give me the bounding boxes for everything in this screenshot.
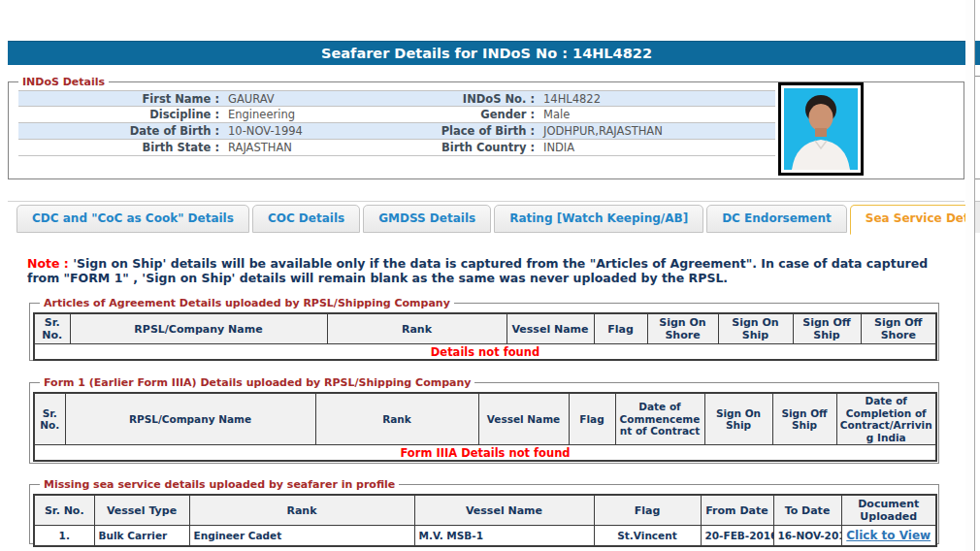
table-row: Details not found [34,344,936,360]
indos-detail-rows: First Name : GAURAV INDoS No. : 14HL4822… [18,90,775,156]
gender-value: Male [539,108,775,121]
cell-to-date: 16-NOV-2016 [773,526,841,546]
col-sign-on-ship: Sign On Ship [718,313,793,344]
tab-sea-service-details[interactable]: Sea Service Details [850,205,980,235]
col-flag: Flag [594,495,701,526]
page-edge-sliver [975,0,980,551]
col-date-of-commencement: Date of Commencement of Contract [615,393,704,445]
place-of-birth-label: Place of Birth : [418,124,539,138]
detail-row: Birth State : RAJASTHAN Birth Country : … [18,140,775,156]
discipline-label: Discipline : [18,108,224,121]
missing-sea-service-fieldset: Missing sea service details uploaded by … [29,478,939,544]
tab-cdc-coc-cook-details[interactable]: CDC and "CoC as Cook" Details [16,205,249,233]
missing-sea-service-table: Sr. No. Vessel Type Rank Vessel Name Fla… [33,494,937,547]
first-name-label: First Name : [18,92,224,106]
detail-row: Discipline : Engineering Gender : Male [18,107,775,123]
table-header-row: Sr. No. RPSL/Company Name Rank Vessel Na… [34,393,936,445]
note-text: Note : 'Sign on Ship' details will be av… [27,256,961,285]
empty-message: Details not found [34,344,936,360]
col-rpsl-company-name: RPSL/Company Name [65,393,315,445]
page-title: Seafarer Details for INDoS No : 14HL4822 [8,41,965,65]
birth-state-label: Birth State : [18,141,224,154]
first-name-value: GAURAV [224,92,418,106]
indos-no-value: 14HL4822 [539,92,775,106]
table-row: Form IIIA Details not found [34,445,936,461]
form1-details-table: Sr. No. RPSL/Company Name Rank Vessel Na… [33,392,937,462]
seafarer-photo [778,82,864,176]
note-body: 'Sign on Ship' details will be available… [27,256,928,285]
col-to-date: To Date [773,495,841,526]
tab-coc-details[interactable]: COC Details [252,205,360,233]
cell-sr-no: 1. [34,526,94,546]
col-sign-off-ship: Sign Off Ship [793,313,861,344]
cell-rank: Engineer Cadet [189,526,414,546]
birth-country-label: Birth Country : [418,141,539,154]
cell-vessel-type: Bulk Carrier [94,526,189,546]
table-header-row: Sr. No. Vessel Type Rank Vessel Name Fla… [34,495,936,526]
col-flag: Flag [569,393,615,445]
note-prefix: Note : [27,256,73,271]
empty-message: Form IIIA Details not found [34,445,936,461]
sea-service-row: 1. Bulk Carrier Engineer Cadet M.V. MSB-… [34,526,936,546]
missing-sea-service-legend: Missing sea service details uploaded by … [40,478,399,491]
gender-label: Gender : [418,108,539,121]
form1-details-fieldset: Form 1 (Earlier Form IIIA) Details uploa… [29,376,939,464]
col-flag: Flag [594,313,647,344]
birth-country-value: INDIA [539,141,775,154]
tab-dc-endorsement[interactable]: DC Endorsement [706,205,847,233]
col-sr-no: Sr. No. [34,393,65,445]
tab-strip-sliver [975,201,980,233]
birth-state-value: RAJASTHAN [224,141,418,154]
col-rank: Rank [315,393,478,445]
tabs-divider [8,201,964,202]
fieldset-border-sliver [975,178,980,179]
cell-document-uploaded: Click to View [841,526,936,546]
col-sign-off-shore: Sign Off Shore [861,313,936,344]
indos-no-label: INDoS No. : [418,92,539,106]
tab-bar: CDC and "CoC as Cook" Details COC Detail… [16,205,980,235]
col-rpsl-company-name: RPSL/Company Name [70,313,327,344]
table-header-row: Sr. No. RPSL/Company Name Rank Vessel Na… [34,313,936,344]
header-bar-sliver [975,41,980,65]
tab-gmdss-details[interactable]: GMDSS Details [363,205,491,233]
scrollbar-track[interactable] [965,0,974,551]
col-from-date: From Date [701,495,773,526]
col-vessel-name: Vessel Name [414,495,594,526]
click-to-view-link[interactable]: Click to View [846,529,931,542]
col-rank: Rank [189,495,414,526]
col-document-uploaded: Document Uploaded [841,495,936,526]
seafarer-photo-image [784,88,858,170]
articles-of-agreement-fieldset: Articles of Agreement Details uploaded b… [29,297,939,361]
detail-row: Date of Birth : 10-NOV-1994 Place of Bir… [18,123,775,140]
col-vessel-name: Vessel Name [506,313,594,344]
date-of-birth-value: 10-NOV-1994 [224,124,418,138]
discipline-value: Engineering [224,108,418,121]
seafarer-details-page: Seafarer Details for INDoS No : 14HL4822… [0,0,980,551]
fieldset-border-sliver [975,76,980,77]
col-vessel-type: Vessel Type [94,495,189,526]
articles-of-agreement-legend: Articles of Agreement Details uploaded b… [40,297,454,309]
col-date-of-completion: Date of Completion of Contract/Arriving … [836,393,936,445]
date-of-birth-label: Date of Birth : [18,124,224,138]
col-vessel-name: Vessel Name [478,393,569,445]
articles-of-agreement-table: Sr. No. RPSL/Company Name Rank Vessel Na… [33,312,937,361]
cell-from-date: 20-FEB-2016 [701,526,773,546]
form1-details-legend: Form 1 (Earlier Form IIIA) Details uploa… [40,376,474,389]
cell-flag: St.Vincent [594,526,701,546]
detail-row: First Name : GAURAV INDoS No. : 14HL4822 [18,90,775,107]
col-sr-no: Sr. No. [34,313,70,344]
cell-vessel-name: M.V. MSB-1 [414,526,594,546]
indos-details-legend: INDoS Details [18,76,109,88]
col-sr-no: Sr. No. [34,495,94,526]
col-sign-on-shore: Sign On Shore [647,313,718,344]
col-sign-off-ship: Sign Off Ship [772,393,836,445]
tab-rating-watch-keeping-ab[interactable]: Rating [Watch Keeping/AB] [494,205,703,233]
col-rank: Rank [327,313,506,344]
col-sign-on-ship: Sign On Ship [704,393,772,445]
place-of-birth-value: JODHPUR,RAJASTHAN [539,124,775,138]
